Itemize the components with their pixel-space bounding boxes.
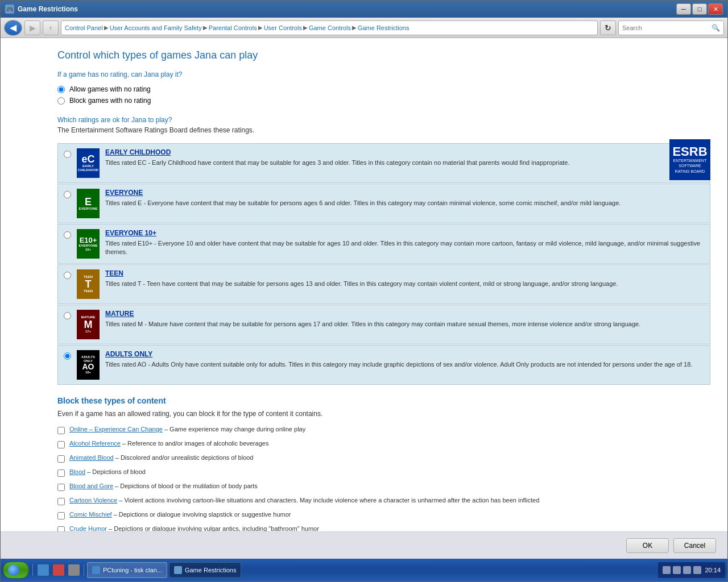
rating-desc-t: Titles rated T - Teen have content that … — [105, 280, 704, 288]
rating-radio-e10[interactable] — [64, 231, 71, 239]
breadcrumb-control-panel[interactable]: Control Panel — [65, 24, 103, 31]
cancel-button[interactable]: Cancel — [673, 538, 716, 553]
up-button[interactable]: ↑ — [43, 20, 59, 35]
checkbox-comic-mischief[interactable] — [57, 512, 65, 519]
taskbar-game-restrictions[interactable]: Game Restrictions — [169, 562, 241, 578]
block-no-rating-label: Block games with no rating — [69, 97, 151, 105]
no-rating-question[interactable]: If a game has no rating, can Jana play i… — [57, 70, 710, 78]
rating-item-e10: E10+ EVERYONE10+ EVERYONE 10+ Titles rat… — [57, 224, 710, 264]
rating-radio-m[interactable] — [64, 312, 71, 319]
rating-badge-m: MATURE M 17+ — [77, 310, 100, 339]
rating-radio-ec[interactable] — [64, 151, 71, 158]
quick-launch-icon-3[interactable] — [68, 564, 80, 576]
breadcrumb-game-controls[interactable]: Game Controls — [309, 24, 351, 31]
checkbox-blood[interactable] — [57, 469, 65, 477]
rating-desc-ao: Titles rated AO - Adults Only have conte… — [105, 360, 704, 369]
esrb-subtitle: ENTERTAINMENT SOFTWARE RATING BOARD — [673, 158, 707, 173]
rating-title-e10: EVERYONE 10+ — [105, 229, 704, 237]
rating-item-ao: ADULTSONLY AO 18+ ADULTS ONLY Titles rat… — [57, 345, 710, 385]
search-bar: 🔍 — [618, 20, 724, 35]
rating-radio-ao[interactable] — [64, 352, 71, 360]
breadcrumb-user-accounts[interactable]: User Accounts and Family Safety — [110, 24, 202, 31]
list-item: Animated Blood – Discolored and/or unrea… — [57, 453, 710, 464]
list-item: Blood – Depictions of blood — [57, 467, 710, 478]
list-item: Blood and Gore – Depictions of blood or … — [57, 481, 710, 492]
checkbox-blood-gore[interactable] — [57, 484, 65, 491]
address-bar: ◀ ▶ ↑ Control Panel ▶ User Accounts and … — [1, 18, 727, 38]
rating-title-e: EVERYONE — [105, 189, 704, 197]
taskbar-divider2 — [84, 564, 84, 576]
bottom-bar: OK Cancel — [1, 531, 727, 559]
title-bar: 🎮 Game Restrictions ─ □ ✕ — [1, 1, 727, 18]
forward-button[interactable]: ▶ — [24, 20, 40, 35]
back-button[interactable]: ◀ — [4, 20, 22, 36]
checkbox-cartoon-violence[interactable] — [57, 498, 65, 505]
quick-launch-icon-2[interactable] — [53, 564, 64, 576]
window-title: Game Restrictions — [18, 5, 78, 13]
which-ratings-link[interactable]: Which ratings are ok for Jana to play? — [57, 116, 710, 124]
search-icon: 🔍 — [712, 24, 720, 32]
taskbar: PCtuning - tisk clan... Game Restriction… — [1, 559, 727, 581]
close-button[interactable]: ✕ — [708, 3, 723, 15]
page-title: Control which types of games Jana can pl… — [57, 49, 710, 61]
start-button[interactable] — [3, 562, 29, 579]
list-item: Alcohol Reference – Reference to and/or … — [57, 439, 710, 450]
sys-icon-2 — [673, 566, 681, 574]
rating-title-ec: EARLY CHILDHOOD — [105, 148, 704, 156]
ok-button[interactable]: OK — [626, 538, 669, 553]
sys-icon-1 — [663, 566, 671, 574]
breadcrumb-user-controls[interactable]: User Controls — [264, 24, 302, 31]
taskbar-app-icon-2 — [174, 566, 182, 574]
minimize-button[interactable]: ─ — [676, 3, 691, 15]
rating-item-e: E EVERYONE EVERYONE Titles rated E - Eve… — [57, 184, 710, 223]
volume-icon[interactable] — [693, 566, 701, 574]
quick-launch-icon-1[interactable] — [38, 564, 49, 576]
checkbox-online[interactable] — [57, 427, 65, 434]
list-item: Crude Humor – Depictions or dialogue inv… — [57, 524, 710, 531]
system-icons — [663, 566, 701, 574]
breadcrumb-parental-controls[interactable]: Parental Controls — [209, 24, 257, 31]
rating-item-m: MATURE M 17+ MATURE Titles rated M - Mat… — [57, 305, 710, 344]
list-item: Comic Mischief – Depictions or dialogue … — [57, 510, 710, 521]
rating-badge-t: TEEN T TEEN — [77, 269, 100, 299]
allow-no-rating-label: Allow games with no rating — [69, 85, 151, 93]
block-no-rating-option: Block games with no rating — [57, 97, 710, 105]
esrb-logo: ESRB ENTERTAINMENT SOFTWARE RATING BOARD — [669, 139, 710, 180]
rating-title-t: TEEN — [105, 269, 704, 277]
windows-orb — [8, 564, 19, 576]
taskbar-divider — [32, 564, 33, 576]
taskbar-app-label-1: PCtuning - tisk clan... — [103, 567, 162, 573]
rating-desc-m: Titles rated M - Mature have content tha… — [105, 320, 704, 329]
breadcrumb: Control Panel ▶ User Accounts and Family… — [61, 20, 598, 35]
maximize-button[interactable]: □ — [692, 3, 707, 15]
rating-item-t: TEEN T TEEN TEEN Titles rated T - Teen h… — [57, 264, 710, 304]
content-items-list: Online – Experience Can Change – Game ex… — [57, 425, 710, 531]
clock: 20:14 — [705, 567, 721, 573]
checkbox-animated-blood[interactable] — [57, 455, 65, 463]
allow-no-rating-option: Allow games with no rating — [57, 85, 710, 93]
rating-desc-ec: Titles rated EC - Early Childhood have c… — [105, 159, 704, 167]
taskbar-pctuning[interactable]: PCtuning - tisk clan... — [87, 562, 167, 578]
esrb-title-text: ESRB — [672, 146, 707, 158]
rating-radio-t[interactable] — [64, 272, 71, 279]
ratings-description: The Entertainment Software Ratings Board… — [57, 126, 710, 134]
breadcrumb-game-restrictions[interactable]: Game Restrictions — [358, 24, 409, 31]
block-no-rating-radio[interactable] — [57, 97, 65, 105]
checkbox-alcohol[interactable] — [57, 441, 65, 448]
rating-title-ao: ADULTS ONLY — [105, 350, 704, 358]
allow-no-rating-radio[interactable] — [57, 86, 65, 93]
checkbox-crude-humor[interactable] — [57, 526, 65, 531]
window-icon: 🎮 — [5, 5, 14, 14]
list-item: Online – Experience Can Change – Game ex… — [57, 425, 710, 435]
window-controls: ─ □ ✕ — [676, 3, 723, 15]
taskbar-app-icon-1 — [92, 566, 100, 574]
rating-radio-e[interactable] — [64, 191, 71, 198]
rating-badge-ec: eC EARLYCHILDHOOD — [77, 148, 100, 178]
list-item: Cartoon Violence – Violent actions invol… — [57, 496, 710, 506]
taskbar-app-label-2: Game Restrictions — [185, 567, 236, 573]
refresh-button[interactable]: ↻ — [600, 20, 616, 35]
taskbar-system-tray: 20:14 — [658, 562, 725, 578]
rating-desc-e10: Titles rated E10+ - Everyone 10 and olde… — [105, 239, 704, 257]
search-input[interactable] — [622, 24, 709, 31]
rating-desc-e: Titles rated E - Everyone have content t… — [105, 199, 704, 207]
